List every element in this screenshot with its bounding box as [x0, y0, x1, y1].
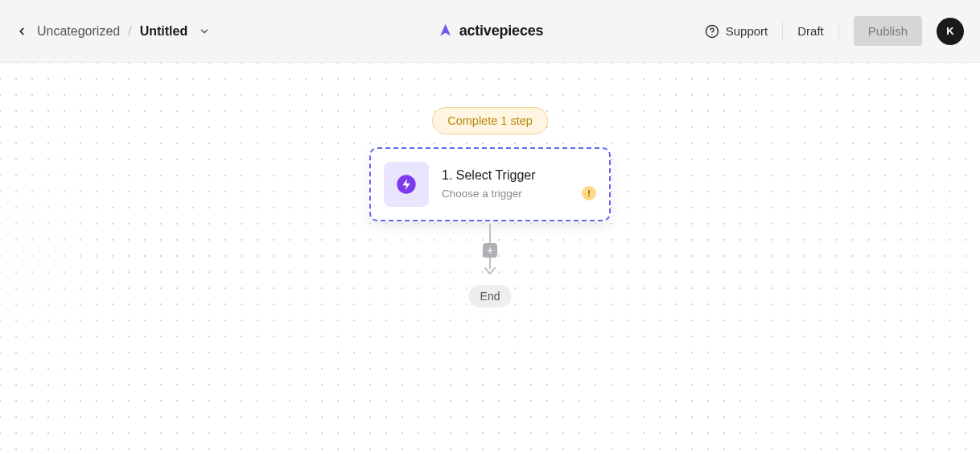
- trigger-card[interactable]: 1. Select Trigger Choose a trigger !: [369, 147, 611, 221]
- flow-canvas[interactable]: Complete 1 step 1. Select Trigger Choose…: [0, 63, 980, 454]
- header-left: Uncategorized / Untitled: [16, 24, 210, 39]
- divider: [838, 22, 839, 41]
- help-icon: [705, 24, 719, 39]
- header-right: Support Draft Publish K: [705, 16, 964, 46]
- trigger-subtitle: Choose a trigger: [442, 188, 522, 200]
- header: Uncategorized / Untitled activepieces Su…: [0, 0, 980, 63]
- breadcrumb-separator: /: [128, 24, 131, 39]
- chevron-down-icon: [199, 26, 210, 37]
- back-button[interactable]: [16, 25, 27, 38]
- connector-line: [489, 224, 491, 243]
- chevron-left-icon: [16, 25, 27, 38]
- avatar[interactable]: K: [937, 18, 964, 45]
- add-step-button[interactable]: +: [483, 243, 497, 258]
- complete-step-pill[interactable]: Complete 1 step: [432, 107, 548, 134]
- logo[interactable]: activepieces: [437, 23, 544, 40]
- flow-title[interactable]: Untitled: [140, 24, 188, 39]
- breadcrumb-category[interactable]: Uncategorized: [37, 24, 120, 39]
- trigger-sub-row: Choose a trigger !: [442, 186, 596, 200]
- logo-text: activepieces: [459, 23, 544, 39]
- trigger-title: 1. Select Trigger: [442, 168, 596, 183]
- flow-menu-button[interactable]: [199, 26, 210, 37]
- status-label: Draft: [797, 24, 824, 38]
- breadcrumb: Uncategorized / Untitled: [37, 24, 210, 39]
- end-node: End: [469, 285, 512, 307]
- trigger-icon-box: [384, 162, 429, 207]
- trigger-text: 1. Select Trigger Choose a trigger !: [442, 168, 596, 200]
- logo-icon: [437, 23, 455, 40]
- bolt-icon: [395, 173, 418, 196]
- warning-badge: !: [582, 186, 596, 200]
- arrow-down-icon: [484, 267, 496, 275]
- support-label: Support: [726, 24, 768, 38]
- connector: +: [483, 224, 497, 275]
- support-button[interactable]: Support: [705, 24, 768, 39]
- publish-button[interactable]: Publish: [854, 16, 922, 46]
- divider: [782, 22, 783, 41]
